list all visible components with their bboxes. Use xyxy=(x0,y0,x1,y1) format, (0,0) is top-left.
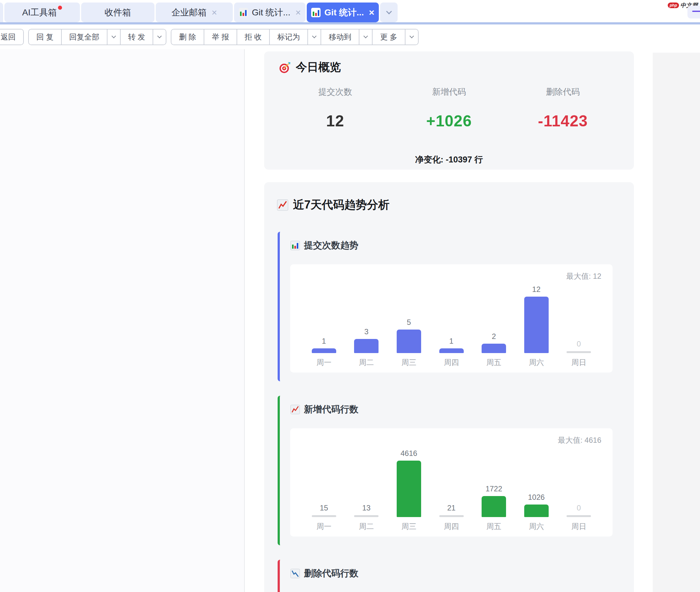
subcard-title-text: 新增代码行数 xyxy=(304,403,359,416)
tab-list-dropdown-button[interactable] xyxy=(380,2,397,22)
chevron-down-icon xyxy=(386,8,392,14)
reply-all-dropdown[interactable] xyxy=(107,30,120,45)
bar xyxy=(354,515,379,517)
tab-label: 企业邮箱 xyxy=(171,7,207,18)
mark-as-dropdown[interactable] xyxy=(307,30,321,45)
bar-chart-icon xyxy=(290,241,300,251)
bar xyxy=(312,515,336,517)
bar xyxy=(354,339,379,353)
overview-stats: 提交次数 12 新增代码 +1026 删除代码 -11423 xyxy=(278,86,620,130)
main-area: 今日概览 提交次数 12 新增代码 +1026 删除代码 -11423 净变化:… xyxy=(0,49,700,592)
day-label: 周二 xyxy=(345,522,388,532)
stat-commits: 提交次数 12 xyxy=(278,86,392,130)
tab-ai-toolbox[interactable]: AI工具箱 xyxy=(4,2,80,22)
deletions-trend-title: 删除代码行数 xyxy=(290,567,612,580)
reject-button[interactable]: 拒 收 xyxy=(236,30,269,45)
chevron-down-icon xyxy=(112,34,116,38)
notification-dot xyxy=(58,6,62,10)
chart-decreasing-icon xyxy=(290,569,300,579)
additions-chart-panel: 最大值: 4616 1513461621172210260 周一周二周三周四周五… xyxy=(290,428,612,537)
delete-button[interactable]: 删 除 xyxy=(171,30,204,45)
tab-git-stats[interactable]: Git 统计... × xyxy=(234,2,306,22)
chart-increasing-icon xyxy=(290,404,300,414)
day-label: 周五 xyxy=(473,522,515,532)
day-label: 周日 xyxy=(557,357,600,367)
bar-column: 5 xyxy=(388,318,430,353)
close-icon[interactable]: × xyxy=(212,8,217,17)
more-dropdown[interactable] xyxy=(405,30,418,45)
deletions-trend-subcard: 删除代码行数 xyxy=(278,560,612,592)
max-value-label: 最大值: 12 xyxy=(566,271,601,281)
day-labels: 周一周二周三周四周五周六周日 xyxy=(303,357,600,367)
bar xyxy=(567,515,591,517)
back-button[interactable]: 返回 xyxy=(0,30,23,45)
bar xyxy=(397,461,421,517)
tab-bar-underline xyxy=(0,22,700,24)
stat-additions: 新增代码 +1026 xyxy=(392,86,506,130)
move-to-dropdown[interactable] xyxy=(359,30,372,45)
bar-chart-icon xyxy=(311,8,321,17)
bar xyxy=(397,330,421,353)
bar-column: 0 xyxy=(557,340,600,353)
reply-all-button[interactable]: 回复全部 xyxy=(61,30,107,45)
bar-value-label: 4616 xyxy=(400,449,417,458)
overview-title-text: 今日概览 xyxy=(296,60,341,75)
reply-button[interactable]: 回 复 xyxy=(29,30,61,45)
additions-trend-title: 新增代码行数 xyxy=(290,403,612,416)
additions-trend-subcard: 新增代码行数 最大值: 4616 1513461621172210260 周一周… xyxy=(278,396,612,545)
bar-value-label: 15 xyxy=(320,504,328,512)
bar xyxy=(482,496,506,517)
bar-value-label: 12 xyxy=(532,285,540,294)
bar xyxy=(439,348,464,353)
bar-column: 1 xyxy=(303,337,345,353)
floating-widget[interactable] xyxy=(688,6,700,18)
bar-column: 15 xyxy=(303,504,345,517)
tab-inbox[interactable]: 收件箱 xyxy=(81,2,155,22)
tab-label: Git 统计... xyxy=(324,7,364,18)
tab-fragment[interactable] xyxy=(0,2,3,22)
tab-label: AI工具箱 xyxy=(22,7,57,18)
report-button[interactable]: 举 报 xyxy=(204,30,236,45)
commits-chart-panel: 最大值: 12 13512120 周一周二周三周四周五周六周日 xyxy=(290,264,612,373)
mail-content-pane: 今日概览 提交次数 12 新增代码 +1026 删除代码 -11423 净变化:… xyxy=(245,49,653,592)
forward-button[interactable]: 转 发 xyxy=(120,30,153,45)
bar xyxy=(567,351,591,353)
chevron-down-icon xyxy=(157,34,162,38)
stat-label: 新增代码 xyxy=(392,86,506,98)
tab-label: 收件箱 xyxy=(105,7,131,18)
bars: 1513461621172210260 xyxy=(303,449,600,517)
bars: 13512120 xyxy=(303,285,600,353)
tab-git-stats-active[interactable]: Git 统计... × xyxy=(307,2,379,22)
bar-value-label: 3 xyxy=(364,327,369,336)
mark-as-button[interactable]: 标记为 xyxy=(269,30,307,45)
bar-column: 1 xyxy=(430,337,473,353)
bar xyxy=(312,348,336,353)
chart-increasing-icon xyxy=(277,199,288,211)
day-labels: 周一周二周三周四周五周六周日 xyxy=(303,522,600,532)
browser-tab-bar: AI工具箱 收件箱 企业邮箱 × Git 统计... × Git 统计... ×… xyxy=(0,0,700,22)
subcard-title-text: 提交次数趋势 xyxy=(304,239,359,252)
overview-title: 今日概览 xyxy=(278,60,620,75)
move-to-button[interactable]: 移动到 xyxy=(321,30,359,45)
day-label: 周二 xyxy=(345,357,388,367)
stat-value: +1026 xyxy=(392,112,506,130)
commits-trend-title: 提交次数趋势 xyxy=(290,239,612,252)
close-icon[interactable]: × xyxy=(295,8,301,17)
day-label: 周五 xyxy=(473,357,515,367)
bar xyxy=(524,504,549,517)
tab-enterprise-mail[interactable]: 企业邮箱 × xyxy=(156,2,233,22)
forward-dropdown[interactable] xyxy=(153,30,166,45)
bar-column: 1722 xyxy=(473,485,515,517)
day-label: 周六 xyxy=(515,522,558,532)
close-icon[interactable]: × xyxy=(369,8,374,17)
subcard-title-text: 删除代码行数 xyxy=(304,567,359,580)
commits-trend-subcard: 提交次数趋势 最大值: 12 13512120 周一周二周三周四周五周六周日 xyxy=(278,232,612,381)
day-label: 周四 xyxy=(430,522,473,532)
stat-label: 删除代码 xyxy=(506,86,620,98)
more-button[interactable]: 更 多 xyxy=(372,30,405,45)
trend-title-text: 近7天代码趋势分析 xyxy=(293,197,389,212)
php-badge: php xyxy=(668,2,679,8)
trend-analysis-card: 近7天代码趋势分析 提交次数趋势 最大值: 12 13512120 周一周 xyxy=(264,182,634,592)
bar xyxy=(524,297,549,353)
bar-value-label: 1 xyxy=(449,337,453,346)
